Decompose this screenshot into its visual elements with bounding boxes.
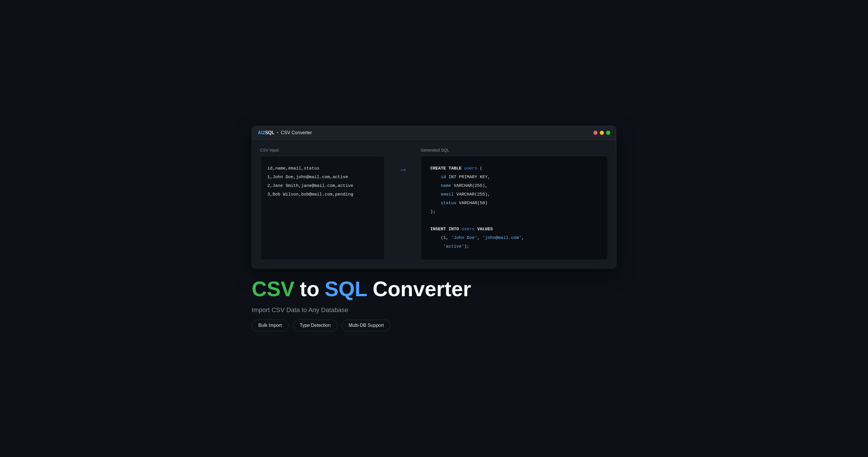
brand-ai2: AI2	[258, 130, 265, 135]
hero-to: to	[300, 278, 319, 300]
titlebar-title: AI2SQL • CSV Converter	[258, 130, 312, 135]
hero-converter: Converter	[373, 278, 471, 300]
titlebar-subtitle: CSV Converter	[281, 130, 312, 135]
sql-line-blank	[430, 216, 598, 225]
brand-sql: SQL	[265, 130, 275, 135]
sql-panel: Generated SQL CREATE TABLE users ( id IN…	[421, 148, 608, 260]
feature-badges: Bulk Import Type Detection Multi-DB Supp…	[252, 320, 471, 331]
main-container: AI2SQL • CSV Converter CSV Input id,name…	[252, 126, 616, 331]
csv-line-4: 3,Bob Wilson,bob@mail.com,pending	[267, 190, 378, 199]
sql-line-status: status VARCHAR(50)	[430, 199, 598, 208]
bottom-section: CSV to SQL Converter Import CSV Data to …	[252, 268, 471, 331]
sql-line-create: CREATE TABLE users (	[430, 164, 598, 173]
badge-bulk-import[interactable]: Bulk Import	[252, 320, 288, 331]
sql-line-insert: INSERT INTO users VALUES	[430, 225, 598, 234]
csv-line-2: 1,John Doe,john@mail.com,active	[267, 173, 378, 182]
csv-panel-label: CSV Input	[260, 148, 385, 153]
sql-output-box[interactable]: CREATE TABLE users ( id INT PRIMARY KEY,…	[421, 156, 608, 260]
sql-line-close: );	[430, 208, 598, 216]
hero-csv: CSV	[252, 278, 294, 300]
titlebar-separator: •	[277, 130, 279, 135]
sql-line-name: name VARCHAR(255),	[430, 182, 598, 190]
maximize-button[interactable]	[606, 131, 610, 135]
close-button[interactable]	[593, 131, 597, 135]
arrow-icon: →	[399, 165, 406, 174]
badge-type-detection[interactable]: Type Detection	[293, 320, 337, 331]
csv-line-1: id,name,email,status	[267, 164, 378, 173]
app-window: AI2SQL • CSV Converter CSV Input id,name…	[252, 126, 616, 268]
csv-panel: CSV Input id,name,email,status 1,John Do…	[260, 148, 385, 260]
csv-input-box[interactable]: id,name,email,status 1,John Doe,john@mai…	[260, 156, 385, 260]
hero-subtitle: Import CSV Data to Any Database	[252, 306, 471, 314]
minimize-button[interactable]	[600, 131, 604, 135]
csv-line-3: 2,Jane Smith,jane@mail.com,active	[267, 182, 378, 190]
window-body: CSV Input id,name,email,status 1,John Do…	[252, 140, 616, 268]
hero-title: CSV to SQL Converter	[252, 278, 471, 300]
arrow-container: →	[394, 148, 411, 174]
titlebar: AI2SQL • CSV Converter	[252, 126, 616, 140]
sql-line-id: id INT PRIMARY KEY,	[430, 173, 598, 182]
sql-line-val1b: 'active');	[430, 242, 598, 251]
sql-panel-label: Generated SQL	[421, 148, 608, 153]
sql-line-email: email VARCHAR(255),	[430, 190, 598, 199]
badge-multi-db[interactable]: Multi-DB Support	[342, 320, 391, 331]
window-controls	[593, 131, 610, 135]
hero-sql: SQL	[324, 278, 368, 300]
sql-line-val1: (1, 'John Doe', 'john@mail.com',	[430, 234, 598, 242]
